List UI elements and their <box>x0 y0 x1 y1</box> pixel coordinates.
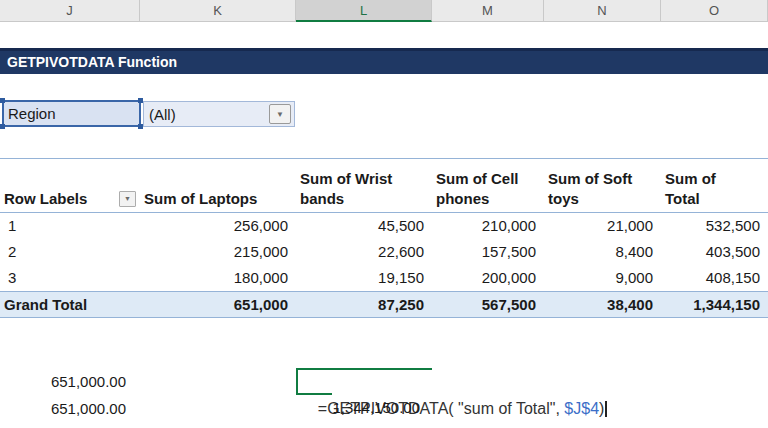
grand-total-wrist-bands: 87,250 <box>296 292 432 317</box>
row-label: 2 <box>0 239 140 265</box>
cell-wrist-bands: 45,500 <box>296 213 432 239</box>
column-header-N[interactable]: N <box>544 0 661 22</box>
cell-total: 403,500 <box>661 239 768 265</box>
grand-total-soft-toys: 38,400 <box>544 292 661 317</box>
pivot-header-soft-toys: Sum of Soft toys <box>544 159 661 212</box>
cell-wrist-bands: 22,600 <box>296 239 432 265</box>
column-header-O[interactable]: O <box>661 0 768 22</box>
row-label: 1 <box>0 213 140 239</box>
cell-total: 532,500 <box>661 213 768 239</box>
pivot-row-2[interactable]: 2 215,000 22,600 157,500 8,400 403,500 <box>0 239 768 265</box>
cell-cell-phones: 200,000 <box>432 265 544 291</box>
pivot-header-wrist-bands: Sum of Wrist bands <box>296 159 432 212</box>
pivot-row-3[interactable]: 3 180,000 19,150 200,000 9,000 408,150 <box>0 265 768 291</box>
cell-soft-toys: 21,000 <box>544 213 661 239</box>
column-header-J[interactable]: J <box>0 0 140 22</box>
cell-laptops: 180,000 <box>140 265 296 291</box>
row-labels-text: Row Labels <box>4 189 87 209</box>
column-header-L[interactable]: L <box>296 0 432 22</box>
cell-soft-toys: 8,400 <box>544 239 661 265</box>
row-label: 3 <box>0 265 140 291</box>
chevron-down-icon: ▼ <box>276 110 284 119</box>
cell-wrist-bands: 19,150 <box>296 265 432 291</box>
chevron-down-icon: ▼ <box>124 194 131 203</box>
cell-laptops: 256,000 <box>140 213 296 239</box>
cell-cell-phones: 210,000 <box>432 213 544 239</box>
title-banner-text: GETPIVOTDATA Function <box>7 54 177 70</box>
grand-total-total: 1,344,150 <box>661 292 768 317</box>
filter-field-label: Region <box>8 105 56 122</box>
filter-field-cell[interactable]: Region <box>2 100 141 127</box>
filter-value-label: (All) <box>149 106 176 123</box>
pivot-header-row-labels: Row Labels ▼ <box>0 159 140 212</box>
excel-sheet: J K L M N O GETPIVOTDATA Function Region… <box>0 0 768 428</box>
formula-result-cell[interactable]: 1,344,150.00 <box>296 395 420 421</box>
grand-total-label: Grand Total <box>0 292 140 317</box>
column-header-M[interactable]: M <box>432 0 544 22</box>
pivot-header-cell-phones: Sum of Cell phones <box>432 159 544 212</box>
filter-value-cell[interactable]: (All) ▼ <box>143 101 295 127</box>
column-header-row: J K L M N O <box>0 0 768 22</box>
column-header-K[interactable]: K <box>140 0 296 22</box>
filter-dropdown-button[interactable]: ▼ <box>269 104 291 124</box>
grand-total-laptops: 651,000 <box>140 292 296 317</box>
pivot-header-row: Row Labels ▼ Sum of Laptops Sum of Wrist… <box>0 158 768 213</box>
pivot-grand-total-row[interactable]: Grand Total 651,000 87,250 567,500 38,40… <box>0 291 768 318</box>
cell-laptops: 215,000 <box>140 239 296 265</box>
pivot-row-1[interactable]: 1 256,000 45,500 210,000 21,000 532,500 <box>0 213 768 239</box>
value-cell-651000-row2[interactable]: 651,000.00 <box>0 395 126 422</box>
cell-total: 408,150 <box>661 265 768 291</box>
cell-soft-toys: 9,000 <box>544 265 661 291</box>
selection-handle <box>0 98 5 103</box>
pivot-header-total: Sum of Total <box>661 159 768 212</box>
title-banner: GETPIVOTDATA Function <box>0 48 768 74</box>
formula-cell-reference: $J$4 <box>564 400 599 417</box>
pivot-table: Row Labels ▼ Sum of Laptops Sum of Wrist… <box>0 158 768 318</box>
formula-close-paren: ) <box>599 400 604 417</box>
selection-handle <box>0 124 5 129</box>
formula-args-text: "sum of Total", <box>454 400 565 417</box>
value-cell-651000-row1[interactable]: 651,000.00 <box>0 368 126 395</box>
pivot-header-laptops: Sum of Laptops <box>140 159 296 212</box>
grand-total-cell-phones: 567,500 <box>432 292 544 317</box>
row-labels-dropdown-button[interactable]: ▼ <box>119 191 136 207</box>
text-cursor <box>605 401 607 417</box>
cell-cell-phones: 157,500 <box>432 239 544 265</box>
formula-input[interactable]: =GETPIVOTDATA( "sum of Total", $J$4) <box>300 368 607 395</box>
